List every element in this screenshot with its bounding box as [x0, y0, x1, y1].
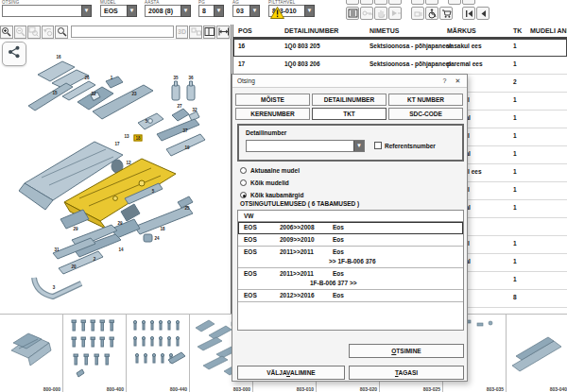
table-row[interactable]: 161Q0 803 205Sektsioonosa - põhjapaneelv… [233, 39, 567, 57]
chevron-down-icon[interactable]: ▼ [81, 5, 92, 17]
part-number-label[interactable]: 2 [94, 257, 96, 262]
part-number-label[interactable]: 13 [124, 134, 129, 139]
part-number-label[interactable]: 24 [154, 236, 159, 241]
toolbar-row-1 [346, 0, 565, 5]
tab-detailinumber[interactable]: DETAILINUMBER [312, 94, 387, 106]
part-number-label[interactable]: 19 [184, 145, 189, 150]
select-button[interactable]: VÄLJAVALIMINE [237, 366, 345, 380]
thumbnail-sketch [0, 315, 62, 381]
part-number-label[interactable]: 12 [126, 161, 130, 165]
part-number-label[interactable]: 16 [56, 55, 60, 60]
field-value[interactable]: 2008 (8) [145, 5, 180, 17]
fit-width-button[interactable] [216, 26, 230, 39]
part-number-label[interactable]: 22 [91, 92, 95, 96]
result-row[interactable]: EOS2011>>2011Eos1F-B-006 377 >> [238, 268, 463, 290]
zoom-box-button[interactable] [27, 26, 41, 39]
part-number-label[interactable]: 23 [131, 92, 136, 96]
chevron-down-icon[interactable]: ▼ [180, 5, 191, 17]
chevron-down-icon[interactable]: ▼ [249, 5, 260, 17]
part-number-label[interactable]: 1 [111, 76, 113, 80]
window-layout-button[interactable] [203, 26, 216, 39]
result-row[interactable]: EOS2011>>2011Eos>> 1F-B-006 376 [238, 247, 463, 268]
toolbar-button[interactable] [360, 0, 373, 5]
part-number-label[interactable]: 31 [54, 247, 59, 252]
part-number-label[interactable]: 15 [52, 91, 57, 95]
part-number-label[interactable]: 18 [160, 227, 164, 231]
exploded-diagram[interactable]: 1626135361522232732537131819171252529182… [0, 40, 231, 314]
link-pics-button[interactable] [189, 26, 202, 39]
nav-prev-button[interactable] [476, 7, 490, 20]
part-number-label[interactable]: 5 [152, 189, 155, 194]
cell-tk: 1 [513, 114, 517, 121]
part-number-label[interactable]: 37 [182, 128, 187, 133]
part-number-label[interactable]: 36 [188, 76, 193, 80]
wheelchair-button[interactable] [425, 7, 438, 20]
part-number-label[interactable]: 18 [133, 135, 142, 142]
back-button[interactable]: TAGASI [349, 366, 464, 380]
zoom-undo-button[interactable] [42, 26, 55, 39]
tab-m-iste[interactable]: MÕISTE [235, 94, 310, 106]
field-value[interactable]: EOS [100, 5, 127, 17]
hand-button[interactable] [374, 7, 387, 20]
part-number-label[interactable]: 25 [184, 206, 189, 211]
part-number-label[interactable]: 14 [118, 247, 123, 252]
part-number-label[interactable]: 29 [117, 221, 122, 226]
nav-first-button[interactable] [462, 7, 475, 20]
play-minus-button[interactable] [388, 7, 402, 20]
toolbar-button[interactable] [462, 0, 475, 5]
reference-number-checkbox[interactable]: Referentsnumber [374, 142, 436, 149]
zoom-in-button[interactable] [0, 26, 13, 39]
field-value[interactable] [2, 5, 81, 17]
close-icon[interactable]: ✕ [453, 77, 463, 86]
thumbnail-800-440[interactable]: 800-440 [127, 315, 190, 392]
chevron-down-icon[interactable]: ▼ [214, 5, 224, 17]
part-number-label[interactable]: 17 [114, 142, 119, 146]
part-number-label[interactable]: 29 [73, 227, 77, 231]
part-number-label[interactable]: 20 [71, 264, 76, 269]
result-row[interactable]: EOS2012>>2016Eos [238, 290, 463, 302]
part-number-label[interactable]: 27 [177, 104, 181, 109]
threed-button[interactable]: 3D [176, 26, 189, 39]
thumbnail-803-040[interactable]: 803-040 [507, 315, 567, 392]
key-icon [362, 9, 372, 19]
thumbnail-800-400[interactable]: 800-400 [63, 315, 127, 392]
part-number-label[interactable]: 3 [53, 285, 56, 290]
result-row[interactable]: EOS2006>>2008Eos [238, 222, 463, 234]
tab-kt-number[interactable]: KT NUMBER [388, 94, 463, 106]
chevron-down-icon[interactable]: ▼ [304, 5, 315, 17]
radio-kõik-mudelid[interactable]: Kõik mudelid [240, 177, 303, 189]
magnifier-button[interactable] [55, 26, 68, 39]
toolbar-button[interactable] [425, 0, 438, 5]
part-number-label[interactable]: 26 [84, 76, 89, 80]
share-button[interactable] [2, 42, 26, 66]
plug-button[interactable] [411, 7, 424, 20]
part-number-label[interactable]: 5 [146, 119, 148, 124]
field-value[interactable]: 8 [198, 5, 214, 17]
thumbnail-800-000[interactable]: 800-000 [0, 315, 63, 392]
result-row[interactable]: EOS2009>>2010Eos [238, 234, 463, 247]
help-icon[interactable]: ? [439, 77, 450, 86]
tab-kerenumber[interactable]: KERENUMBER [235, 108, 310, 120]
field-value[interactable]: 03 [232, 5, 249, 17]
toolbar-button[interactable] [388, 0, 402, 5]
chevron-down-icon[interactable]: ▼ [127, 5, 137, 17]
search-button[interactable]: OTSIMINE [349, 344, 464, 358]
cart-button[interactable] [439, 7, 453, 20]
part-number-label[interactable]: 35 [173, 76, 178, 80]
list-button[interactable] [346, 7, 359, 20]
part-number-label[interactable]: 32 [192, 108, 197, 112]
tab-sdc-code[interactable]: SDC-CODE [388, 108, 463, 120]
toolbar-button[interactable] [411, 0, 424, 5]
radio-aktuaalne-mudel[interactable]: Aktuaalne mudel [240, 164, 303, 177]
toolbar-button[interactable] [448, 0, 461, 5]
table-row[interactable]: 171Q0 803 206Sektsioonosa - põhjapaneelp… [233, 57, 567, 75]
key-button[interactable] [360, 7, 373, 20]
detail-number-combo[interactable]: ▼ [246, 140, 365, 152]
thumbnail-label: 803-000 [233, 386, 250, 392]
toolbar-button[interactable] [374, 0, 387, 5]
zoom-out-button[interactable] [14, 26, 27, 39]
zoom-slider[interactable] [71, 26, 174, 38]
toolbar-button[interactable] [346, 0, 359, 5]
tab-tkt[interactable]: TKT [312, 108, 387, 120]
chevron-down-icon[interactable]: ▼ [353, 141, 364, 151]
